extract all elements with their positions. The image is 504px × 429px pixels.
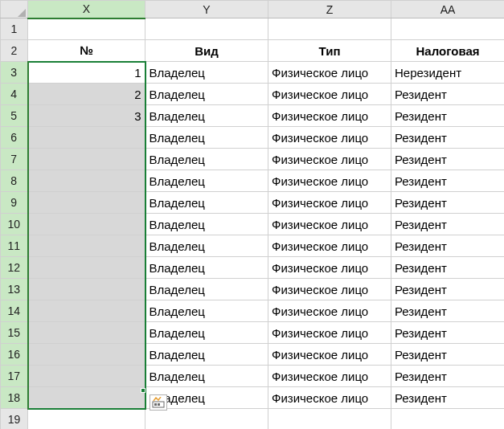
- row-header[interactable]: 7: [1, 149, 28, 170]
- cell-vid[interactable]: Владелец: [145, 127, 268, 149]
- row-header[interactable]: 1: [1, 18, 28, 40]
- column-header-x[interactable]: X: [28, 1, 145, 18]
- cell-tip[interactable]: Физическое лицо: [268, 214, 391, 235]
- cell-vid[interactable]: Владелец: [145, 214, 268, 235]
- cell-nal[interactable]: Резидент: [391, 257, 505, 279]
- cell-nal[interactable]: Резидент: [391, 192, 505, 214]
- cell[interactable]: [391, 18, 505, 40]
- cell-tip[interactable]: Физическое лицо: [268, 387, 391, 409]
- cell-num[interactable]: [28, 235, 145, 257]
- row-header[interactable]: 2: [1, 40, 28, 62]
- cell-tip[interactable]: Физическое лицо: [268, 300, 391, 322]
- row-header[interactable]: 8: [1, 170, 28, 192]
- column-header-aa[interactable]: AA: [391, 1, 505, 18]
- cell[interactable]: [391, 409, 505, 430]
- cell-vid[interactable]: Владелец: [145, 257, 268, 279]
- cell-tip[interactable]: Физическое лицо: [268, 257, 391, 279]
- cell-tip[interactable]: Физическое лицо: [268, 170, 391, 192]
- cell-vid[interactable]: Владелец: [145, 62, 268, 84]
- cell-vid[interactable]: Владелец: [145, 105, 268, 127]
- cell-num[interactable]: [28, 344, 145, 366]
- cell-tip[interactable]: Физическое лицо: [268, 322, 391, 344]
- cell-nal[interactable]: Резидент: [391, 214, 505, 235]
- cell-vid[interactable]: Владелец: [145, 366, 268, 387]
- cell-num[interactable]: [28, 149, 145, 170]
- table-header-num[interactable]: №: [28, 40, 145, 62]
- cell[interactable]: [28, 409, 145, 430]
- cell-tip[interactable]: Физическое лицо: [268, 149, 391, 170]
- cell-nal[interactable]: Нерезидент: [391, 62, 505, 84]
- cell[interactable]: [28, 18, 145, 40]
- cell[interactable]: [268, 18, 391, 40]
- cell-num[interactable]: 1: [28, 62, 145, 84]
- cell-num[interactable]: [28, 257, 145, 279]
- cell-nal[interactable]: Резидент: [391, 279, 505, 300]
- row-header[interactable]: 14: [1, 300, 28, 322]
- table-header-nal[interactable]: Налоговая: [391, 40, 505, 62]
- row-header[interactable]: 12: [1, 257, 28, 279]
- cell-num[interactable]: [28, 300, 145, 322]
- row-header[interactable]: 15: [1, 322, 28, 344]
- cell-vid[interactable]: Владелец: [145, 84, 268, 105]
- cell-vid[interactable]: Владелец: [145, 192, 268, 214]
- cell-tip[interactable]: Физическое лицо: [268, 192, 391, 214]
- cell-nal[interactable]: Резидент: [391, 322, 505, 344]
- row-header[interactable]: 18: [1, 387, 28, 409]
- cell-nal[interactable]: Резидент: [391, 235, 505, 257]
- cell[interactable]: [145, 18, 268, 40]
- cell-num[interactable]: [28, 322, 145, 344]
- table-header-vid[interactable]: Вид: [145, 40, 268, 62]
- cell-num[interactable]: 3: [28, 105, 145, 127]
- cell-vid[interactable]: Владелец: [145, 170, 268, 192]
- cell-tip[interactable]: Физическое лицо: [268, 366, 391, 387]
- cell-num[interactable]: [28, 170, 145, 192]
- cell-nal[interactable]: Резидент: [391, 149, 505, 170]
- row-header[interactable]: 3: [1, 62, 28, 84]
- cell-tip[interactable]: Физическое лицо: [268, 235, 391, 257]
- cell-num[interactable]: [28, 387, 145, 409]
- cell-num[interactable]: [28, 366, 145, 387]
- cell-tip[interactable]: Физическое лицо: [268, 105, 391, 127]
- cell-tip[interactable]: Физическое лицо: [268, 127, 391, 149]
- column-header-y[interactable]: Y: [145, 1, 268, 18]
- row-header[interactable]: 11: [1, 235, 28, 257]
- row-header[interactable]: 5: [1, 105, 28, 127]
- cell-vid[interactable]: Владелец: [145, 235, 268, 257]
- cell-nal[interactable]: Резидент: [391, 387, 505, 409]
- cell-nal[interactable]: Резидент: [391, 84, 505, 105]
- cell-vid[interactable]: Владелец: [145, 300, 268, 322]
- cell-tip[interactable]: Физическое лицо: [268, 62, 391, 84]
- cell-nal[interactable]: Резидент: [391, 366, 505, 387]
- cell-num[interactable]: [28, 192, 145, 214]
- fill-handle[interactable]: [141, 388, 145, 393]
- quick-analysis-icon[interactable]: [150, 394, 167, 411]
- row-header[interactable]: 16: [1, 344, 28, 366]
- cell[interactable]: [268, 409, 391, 430]
- row-header[interactable]: 19: [1, 409, 28, 430]
- cell-nal[interactable]: Резидент: [391, 344, 505, 366]
- cell-num[interactable]: [28, 214, 145, 235]
- cell-vid[interactable]: Владелец: [145, 344, 268, 366]
- cell-num[interactable]: 2: [28, 84, 145, 105]
- row-header[interactable]: 9: [1, 192, 28, 214]
- table-header-tip[interactable]: Тип: [268, 40, 391, 62]
- cell-nal[interactable]: Резидент: [391, 105, 505, 127]
- cell-tip[interactable]: Физическое лицо: [268, 84, 391, 105]
- cell-tip[interactable]: Физическое лицо: [268, 279, 391, 300]
- cell-nal[interactable]: Резидент: [391, 170, 505, 192]
- cell-vid[interactable]: Владелец: [145, 149, 268, 170]
- row-header[interactable]: 17: [1, 366, 28, 387]
- cell-nal[interactable]: Резидент: [391, 300, 505, 322]
- select-all-corner[interactable]: [1, 1, 28, 18]
- cell-num[interactable]: [28, 127, 145, 149]
- spreadsheet-grid[interactable]: X Y Z AA 1 2 № Вид Тип Налоговая 3 1 Вла…: [0, 0, 504, 429]
- cell-nal[interactable]: Резидент: [391, 127, 505, 149]
- cell-num[interactable]: [28, 279, 145, 300]
- cell-tip[interactable]: Физическое лицо: [268, 344, 391, 366]
- row-header[interactable]: 4: [1, 84, 28, 105]
- cell[interactable]: [145, 409, 268, 430]
- row-header[interactable]: 13: [1, 279, 28, 300]
- cell-vid[interactable]: Владелец: [145, 322, 268, 344]
- row-header[interactable]: 10: [1, 214, 28, 235]
- row-header[interactable]: 6: [1, 127, 28, 149]
